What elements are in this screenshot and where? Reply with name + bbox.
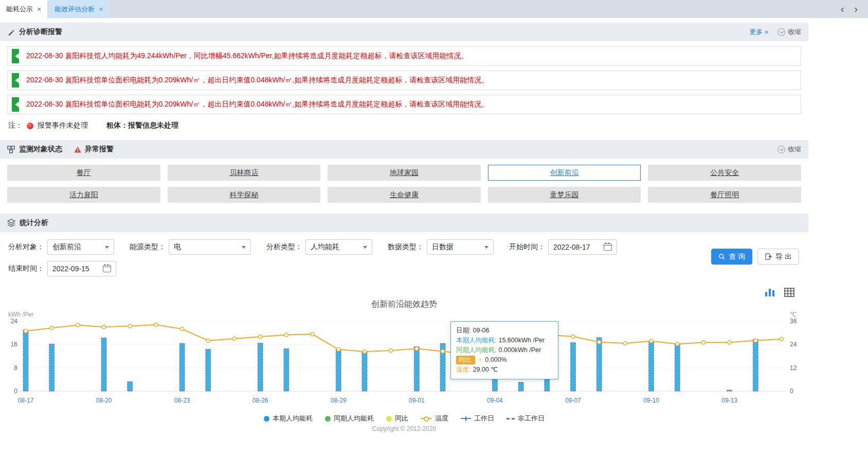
filter-label: 数据类型：: [388, 242, 424, 252]
temp-point[interactable]: [780, 337, 784, 341]
chevron-left-icon[interactable]: ‹: [841, 3, 844, 15]
alert-row: 2022-08-30 襄阳科技馆人均能耗为49.244kWh/Per，同比增幅4…: [7, 46, 801, 66]
bar[interactable]: [649, 342, 654, 391]
select-input[interactable]: 日数据: [427, 239, 494, 255]
legend-item[interactable]: 非工作日: [507, 414, 545, 423]
filter-group: 分析类型：人均能耗: [266, 239, 372, 255]
temp-point[interactable]: [701, 341, 705, 344]
temp-point[interactable]: [206, 339, 210, 342]
bar[interactable]: [258, 343, 263, 392]
object-button[interactable]: 地球家园: [328, 165, 481, 181]
object-button[interactable]: 餐厅照明: [648, 187, 801, 203]
bar[interactable]: [101, 338, 106, 391]
temp-point[interactable]: [284, 333, 288, 337]
bar[interactable]: [49, 344, 55, 391]
temp-point[interactable]: [311, 333, 314, 336]
object-button[interactable]: 活力襄阳: [7, 187, 160, 203]
pencil-icon: [7, 28, 15, 36]
more-link[interactable]: 更多 »: [749, 27, 768, 37]
temp-point[interactable]: [232, 337, 236, 341]
bar[interactable]: [727, 390, 732, 391]
object-button[interactable]: 贝林商店: [168, 165, 321, 181]
temp-point[interactable]: [441, 350, 445, 353]
panel-title: 统计分析: [20, 218, 48, 228]
chevron-right-icon[interactable]: ›: [854, 3, 858, 15]
object-button[interactable]: 童梦乐园: [488, 187, 641, 203]
object-button[interactable]: 生命健康: [328, 187, 481, 203]
bar[interactable]: [128, 381, 133, 391]
temp-point[interactable]: [154, 323, 158, 326]
date-input[interactable]: 2022-08-17: [548, 239, 617, 255]
bar[interactable]: [753, 339, 758, 391]
legend-item[interactable]: 温度: [421, 414, 448, 423]
temp-point[interactable]: [598, 340, 601, 344]
filter-bar: 分析对象：创新前沿能源类型：电分析类型：人均能耗数据类型：日数据开始时间：202…: [0, 232, 808, 284]
svg-text:kWh /Per: kWh /Per: [8, 311, 33, 318]
temp-point[interactable]: [337, 347, 340, 351]
legend-item[interactable]: 同比: [386, 414, 408, 423]
query-button[interactable]: 查 询: [711, 249, 752, 265]
bar[interactable]: [206, 349, 211, 391]
filter-actions: 查 询 导 出: [711, 249, 799, 265]
temp-point[interactable]: [180, 327, 184, 331]
bar[interactable]: [336, 350, 341, 391]
flag-icon: [12, 49, 19, 63]
temp-point[interactable]: [259, 335, 262, 339]
svg-text:12: 12: [790, 364, 797, 372]
x-axis-label: 08-26: [252, 397, 268, 404]
chevron-down-icon: [484, 246, 489, 249]
legend-label: 同期人均能耗: [334, 414, 374, 423]
legend-item[interactable]: 本期人均能耗: [264, 414, 313, 423]
abnormal-alarm[interactable]: 异常报警: [74, 145, 114, 154]
bar[interactable]: [23, 330, 28, 391]
x-axis-label: 09-13: [721, 397, 737, 404]
legend-plus-line-icon: [461, 416, 471, 421]
select-input[interactable]: 电: [169, 239, 251, 255]
select-input[interactable]: 人均能耗: [305, 239, 372, 255]
bar[interactable]: [675, 344, 680, 391]
legend-dot-icon: [325, 416, 331, 422]
temp-point[interactable]: [128, 324, 132, 328]
date-input[interactable]: 2022-09-15: [47, 261, 116, 276]
temp-point[interactable]: [389, 349, 392, 353]
export-button[interactable]: 导 出: [757, 249, 799, 265]
temp-point[interactable]: [649, 339, 653, 343]
alarm-note: 注： 报警事件未处理 粗体：报警信息未处理: [0, 119, 808, 135]
table-view-icon[interactable]: [784, 287, 795, 298]
tab-efficiency-analysis[interactable]: 能效评估分析 ×: [48, 0, 109, 18]
bar[interactable]: [570, 342, 575, 391]
legend-item[interactable]: 同期人均能耗: [325, 414, 374, 423]
note-dot-label: 报警事件未处理: [38, 121, 88, 130]
object-button[interactable]: 科学探秘: [168, 187, 321, 203]
close-icon[interactable]: ×: [37, 5, 41, 13]
temp-point[interactable]: [676, 342, 679, 346]
bar[interactable]: [414, 346, 419, 391]
temp-point[interactable]: [623, 342, 627, 345]
bar[interactable]: [518, 382, 523, 391]
object-button[interactable]: 公共安全: [648, 165, 801, 181]
svg-text:24: 24: [790, 341, 797, 348]
temp-point[interactable]: [24, 329, 28, 333]
tab-energy-publicity[interactable]: 能耗公示 ×: [0, 0, 47, 18]
temp-point[interactable]: [415, 347, 419, 351]
temp-point[interactable]: [50, 326, 53, 330]
bar[interactable]: [596, 338, 602, 391]
bar[interactable]: [362, 352, 367, 391]
collapse-toggle[interactable]: 收缩: [777, 27, 801, 37]
object-button[interactable]: 创新前沿: [488, 165, 641, 181]
temp-point[interactable]: [728, 341, 731, 344]
bar[interactable]: [179, 343, 185, 391]
bar[interactable]: [284, 348, 289, 391]
collapse-toggle[interactable]: 收缩: [777, 145, 801, 154]
temp-point[interactable]: [754, 339, 757, 342]
legend-item[interactable]: 工作日: [461, 414, 494, 423]
temp-point[interactable]: [363, 350, 366, 353]
tooltip-previous: 0.000kWh /Per: [498, 345, 541, 355]
temp-point[interactable]: [102, 325, 106, 329]
bar-chart-view-icon[interactable]: [764, 287, 775, 298]
close-icon[interactable]: ×: [99, 5, 103, 13]
select-input[interactable]: 创新前沿: [47, 239, 114, 255]
object-button[interactable]: 餐厅: [7, 165, 160, 181]
temp-point[interactable]: [76, 323, 80, 327]
temp-point[interactable]: [571, 335, 575, 338]
